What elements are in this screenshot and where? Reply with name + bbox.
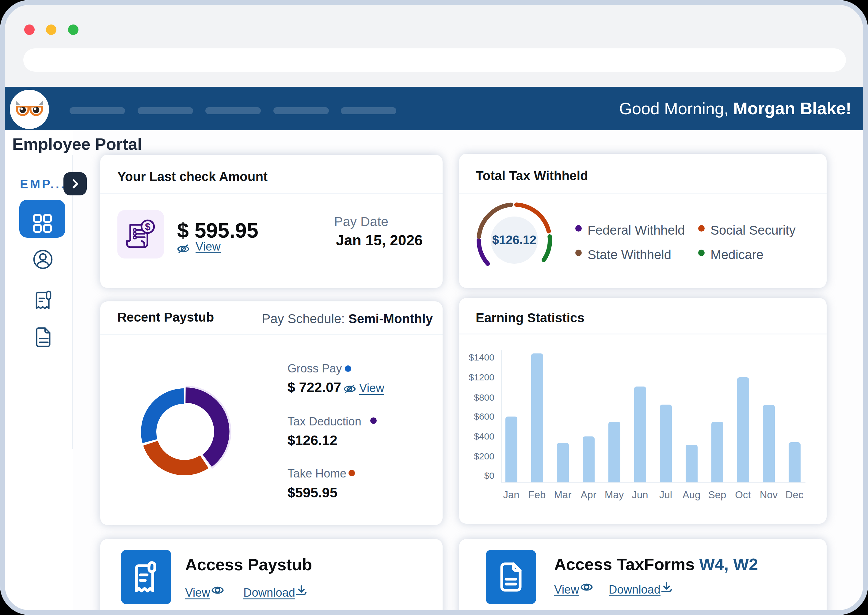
svg-text:$: $ [145,221,150,232]
